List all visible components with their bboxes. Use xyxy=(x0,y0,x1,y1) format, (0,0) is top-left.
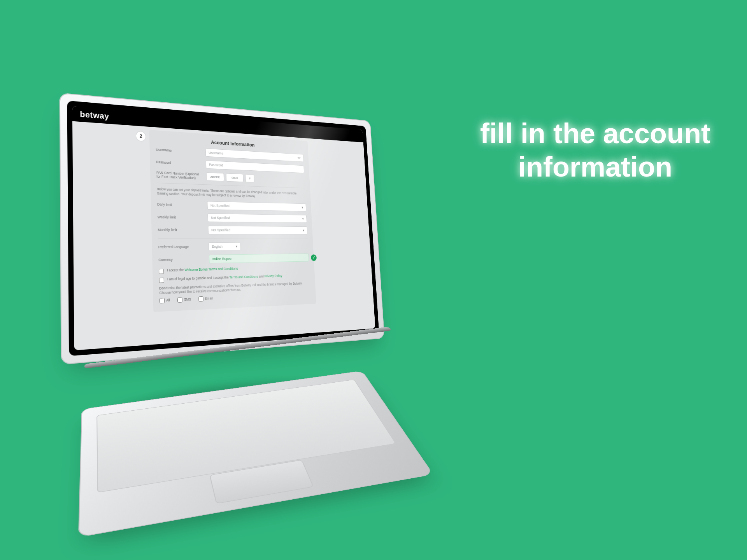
monthly-select[interactable]: Not Specified ▾ xyxy=(208,226,307,234)
divider xyxy=(158,238,308,239)
daily-label: Daily limit xyxy=(157,202,202,207)
password-label: Password xyxy=(156,160,201,166)
username-input[interactable]: Username 👁 xyxy=(205,148,304,162)
chk1-pre: I accept the xyxy=(167,268,185,272)
daily-value: Not Specified xyxy=(210,203,230,208)
weekly-label: Weekly limit xyxy=(158,215,203,220)
pan-segments: ABCDE 0000 F xyxy=(206,172,254,182)
check-icon: ✓ xyxy=(311,254,317,261)
deposit-note: Below you can set your deposit limits. T… xyxy=(157,187,306,200)
comm-all[interactable]: All xyxy=(160,298,170,303)
monthly-label: Monthly limit xyxy=(158,228,203,232)
visibility-icon[interactable]: 👁 xyxy=(298,156,301,160)
weekly-select[interactable]: Not Specified ▾ xyxy=(207,214,307,223)
chk2-mid: and xyxy=(259,274,265,278)
chk2-pre: I am of legal age to gamble and I accept… xyxy=(167,275,230,281)
brand-logo: betway xyxy=(80,109,109,121)
monthly-value: Not Specified xyxy=(211,228,230,232)
chevron-down-icon: ▾ xyxy=(302,206,303,209)
comm-bold: Don't xyxy=(159,286,168,290)
headline-text: fill in the account information xyxy=(467,117,724,184)
currency-select[interactable]: Indian Rupee ✓ xyxy=(209,254,309,263)
language-label: Preferred Language xyxy=(158,245,204,249)
currency-value: Indian Rupee xyxy=(212,257,232,261)
language-value: English xyxy=(212,245,223,248)
comm-email[interactable]: Email xyxy=(198,296,213,302)
checkbox-input[interactable] xyxy=(159,278,164,283)
laptop-lid: betway 2 Account Information Username Us… xyxy=(60,93,385,365)
checkbox-input[interactable] xyxy=(198,296,203,302)
trackpad xyxy=(209,460,314,504)
bonus-terms-link[interactable]: Welcome Bonus Terms and Conditions xyxy=(184,267,238,272)
terms-link[interactable]: Terms and Conditions xyxy=(229,275,258,279)
page-background: 2 Account Information Username Username … xyxy=(72,121,375,350)
currency-label: Currency xyxy=(158,257,204,262)
username-label: Username xyxy=(156,148,200,154)
pan-seg-1[interactable]: ABCDE xyxy=(206,172,224,181)
checkbox-input[interactable] xyxy=(160,298,165,303)
comm-email-label: Email xyxy=(205,296,212,301)
checkbox-bonus-terms[interactable]: I accept the Welcome Bonus Terms and Con… xyxy=(159,265,309,274)
checkbox-input[interactable] xyxy=(159,269,164,274)
account-info-panel: 2 Account Information Username Username … xyxy=(149,130,316,312)
pan-seg-2[interactable]: 0000 xyxy=(226,173,244,182)
comm-sms[interactable]: SMS xyxy=(177,297,191,303)
language-select[interactable]: English ▾ xyxy=(209,242,241,251)
pan-label: PAN Card Number (Optional for Fast Track… xyxy=(156,171,202,180)
screen: betway 2 Account Information Username Us… xyxy=(72,106,375,350)
weekly-value: Not Specified xyxy=(211,216,230,220)
password-input[interactable]: Password xyxy=(206,160,304,173)
pan-seg-3[interactable]: F xyxy=(245,174,254,183)
chevron-down-icon: ▾ xyxy=(302,217,304,220)
chevron-down-icon: ▾ xyxy=(303,229,305,232)
comm-sms-label: SMS xyxy=(184,298,191,302)
password-placeholder: Password xyxy=(209,163,223,167)
username-placeholder: Username xyxy=(209,151,223,156)
checkbox-input[interactable] xyxy=(177,297,182,303)
comm-all-label: All xyxy=(166,298,170,303)
privacy-link[interactable]: Privacy Policy xyxy=(264,274,282,278)
step-badge: 2 xyxy=(136,131,146,142)
laptop-mockup: betway 2 Account Information Username Us… xyxy=(19,43,447,509)
daily-select[interactable]: Not Specified ▾ xyxy=(207,201,306,211)
chevron-down-icon: ▾ xyxy=(236,245,238,248)
